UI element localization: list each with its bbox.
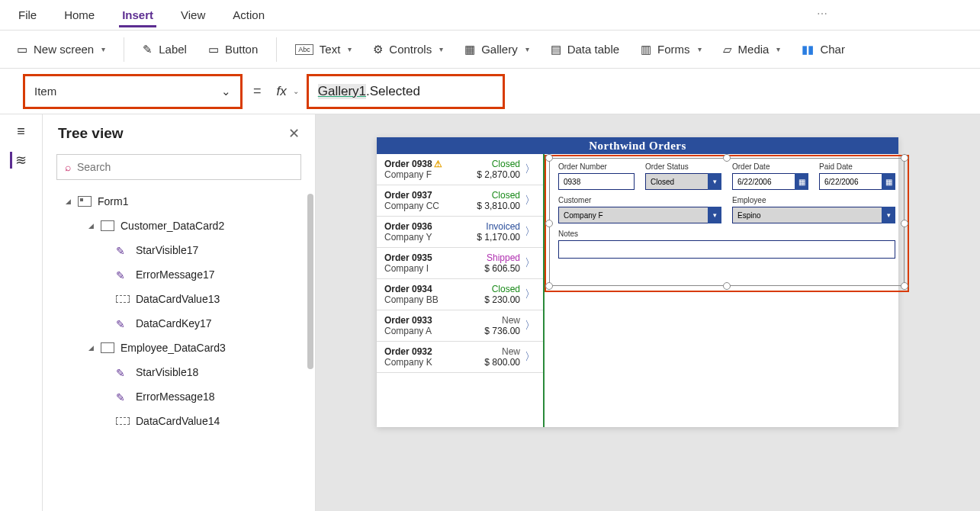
status-label: Invoiced	[477, 221, 520, 232]
button-button[interactable]: ▭ Button	[201, 40, 265, 59]
fx-button[interactable]: fx ⌄	[277, 84, 299, 99]
price-label: $ 800.00	[484, 357, 520, 368]
gallery-item[interactable]: Order 0938⚠Closed〉Company F$ 2,870.00	[377, 154, 543, 185]
menu-home[interactable]: Home	[61, 2, 98, 27]
formula-token-rest: .Selected	[366, 84, 420, 99]
gallery-item[interactable]: Order 0932New〉Company K$ 800.00	[377, 342, 543, 373]
status-label: Closed	[477, 159, 520, 169]
forms-button[interactable]: ▥ Forms ▾	[633, 40, 709, 59]
formula-input[interactable]: Gallery1.Selected	[307, 74, 505, 109]
tree-label: Customer_DataCard2	[120, 220, 224, 232]
chevron-right-icon: 〉	[523, 225, 535, 239]
overflow-icon[interactable]: ⋯	[817, 8, 827, 20]
order-label: Order 0937	[384, 190, 474, 201]
gallery-item[interactable]: Order 0937Closed〉Company CC$ 3,810.00	[377, 185, 543, 217]
selection-border	[549, 158, 904, 286]
pen-icon: ✎	[116, 391, 130, 402]
tree-label: ErrorMessage18	[136, 390, 215, 403]
chevron-right-icon: 〉	[523, 162, 535, 176]
gallery-icon: ▦	[464, 43, 475, 56]
resize-handle[interactable]	[901, 282, 908, 290]
new-screen-button[interactable]: ▭ New screen ▾	[9, 40, 113, 59]
tree-node-customer-datacard2[interactable]: ◢Customer_DataCard2	[49, 214, 315, 238]
tree-node-starvisible18[interactable]: ✎StarVisible18	[49, 360, 315, 384]
tree-node-datacardkey17[interactable]: ✎DataCardKey17	[49, 311, 315, 336]
order-label: Order 0934	[384, 284, 481, 294]
pen-icon: ✎	[116, 318, 130, 329]
company-label: Company K	[384, 357, 481, 368]
menu-action[interactable]: Action	[230, 2, 268, 27]
chart-icon: ▮▮	[802, 43, 814, 56]
resize-handle[interactable]	[901, 220, 908, 227]
resize-handle[interactable]	[901, 154, 908, 162]
tree-node-errormessage17[interactable]: ✎ErrorMessage17	[49, 262, 315, 287]
tree-label: DataCardValue14	[136, 415, 220, 427]
status-label: Closed	[477, 190, 520, 201]
chevron-down-icon: ▾	[439, 45, 443, 53]
resize-handle[interactable]	[545, 282, 553, 290]
forms-icon: ▥	[641, 43, 651, 56]
company-label: Company CC	[384, 201, 474, 211]
resize-handle[interactable]	[545, 154, 553, 162]
button-text: Button	[225, 43, 258, 56]
tree-label: DataCardValue13	[136, 293, 220, 305]
pen-icon: ✎	[116, 245, 130, 256]
menu-view[interactable]: View	[178, 2, 208, 27]
ribbon-bar: ▭ New screen ▾ ✎ Label ▭ Button Abc Text…	[0, 31, 980, 69]
gallery-item[interactable]: Order 0934Closed〉Company BB$ 230.00	[377, 279, 543, 310]
resize-handle[interactable]	[545, 220, 553, 227]
tree-label: Employee_DataCard3	[120, 342, 226, 354]
tree-label: ErrorMessage17	[136, 268, 215, 281]
datatable-button[interactable]: ▤ Data table	[543, 40, 627, 59]
order-label: Order 0933	[384, 315, 481, 326]
chevron-right-icon: 〉	[523, 319, 535, 333]
hamburger-icon[interactable]: ≡	[17, 124, 25, 140]
equals-sign: =	[253, 83, 262, 99]
tree-node-employee-datacard3[interactable]: ◢Employee_DataCard3	[49, 336, 315, 360]
tree-label: StarVisible17	[136, 244, 198, 256]
gallery-button[interactable]: ▦ Gallery ▾	[457, 40, 537, 59]
label-icon: ✎	[143, 43, 153, 56]
layers-icon[interactable]: ≋	[10, 152, 27, 169]
tree-node-errormessage18[interactable]: ✎ErrorMessage18	[49, 384, 315, 409]
close-icon[interactable]: ✕	[288, 125, 300, 142]
menu-file[interactable]: File	[15, 2, 40, 27]
formula-token-gallery: Gallery1	[318, 84, 366, 99]
table-icon: ▤	[551, 43, 561, 56]
tree-node-form1[interactable]: ◢Form1	[49, 189, 315, 214]
new-screen-label: New screen	[34, 43, 94, 56]
text-button[interactable]: Abc Text ▾	[288, 40, 359, 59]
charts-button[interactable]: ▮▮ Char	[794, 40, 853, 59]
company-label: Company I	[384, 263, 481, 274]
search-box[interactable]: ⌕	[56, 154, 301, 180]
separator	[276, 37, 277, 62]
chevron-down-icon: ⌄	[293, 87, 299, 95]
label-button[interactable]: ✎ Label	[135, 40, 194, 59]
menu-insert[interactable]: Insert	[119, 2, 156, 27]
button-icon: ▭	[208, 43, 219, 56]
canvas[interactable]: Northwind Orders Order 0938⚠Closed〉Compa…	[316, 114, 980, 511]
gallery-item[interactable]: Order 0936Invoiced〉Company Y$ 1,170.00	[377, 217, 543, 248]
property-selector[interactable]: Item ⌄	[23, 74, 243, 109]
tree-node-datacardvalue14[interactable]: DataCardValue14	[49, 409, 315, 433]
search-input[interactable]	[77, 161, 293, 173]
gallery-item[interactable]: Order 0935Shipped〉Company I$ 606.50	[377, 248, 543, 279]
gallery-list[interactable]: Order 0938⚠Closed〉Company F$ 2,870.00Ord…	[377, 154, 545, 427]
media-button[interactable]: ▱ Media ▾	[715, 40, 789, 59]
controls-button[interactable]: ⚙ Controls ▾	[365, 40, 451, 59]
gallery-label: Gallery	[481, 43, 518, 56]
tree-node-datacardvalue13[interactable]: DataCardValue13	[49, 287, 315, 311]
tree-label: StarVisible18	[136, 366, 198, 378]
price-label: $ 736.00	[484, 326, 520, 336]
tree-node-starvisible17[interactable]: ✎StarVisible17	[49, 238, 315, 262]
chevron-down-icon: ▾	[525, 45, 529, 53]
chevron-down-icon: ⌄	[221, 85, 231, 98]
separator	[124, 37, 124, 62]
resize-handle[interactable]	[723, 154, 731, 162]
label-text: Label	[159, 43, 187, 56]
field-icon	[116, 295, 130, 303]
resize-handle[interactable]	[723, 282, 731, 290]
gallery-item[interactable]: Order 0933New〉Company A$ 736.00	[377, 310, 543, 342]
forms-label: Forms	[657, 43, 690, 56]
property-label: Item	[34, 85, 56, 98]
